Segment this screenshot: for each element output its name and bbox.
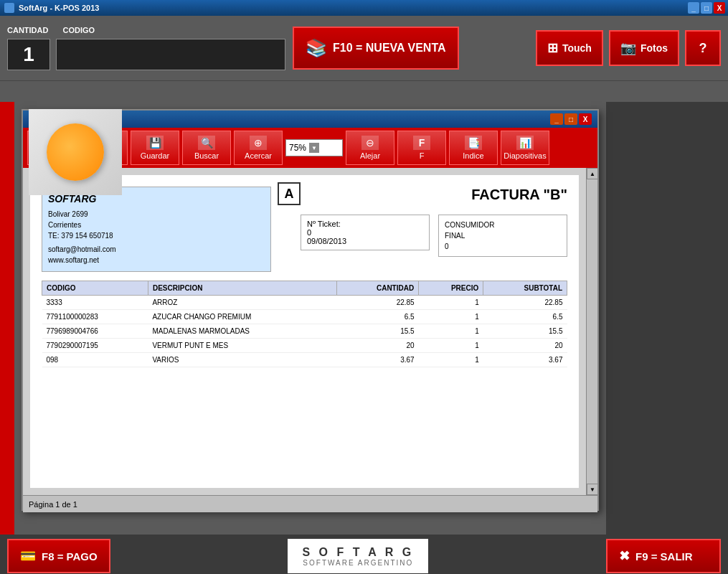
cell-codigo: 7791100000283 — [42, 310, 148, 324]
company-info: Bolivar 2699 Corrientes TE: 379 154 6507… — [48, 209, 265, 265]
zoom-out-button[interactable]: ⊖ Alejar — [346, 131, 394, 165]
orange-image — [29, 109, 122, 195]
field-labels: CANTIDAD CODIGO — [7, 26, 285, 34]
cell-codigo: 7796989004766 — [42, 324, 148, 339]
index-button[interactable]: 📑 Indice — [449, 131, 498, 165]
cell-cantidad: 3.67 — [336, 353, 418, 367]
cell-descripcion: VARIOS — [148, 353, 336, 367]
dialog-status: Página 1 de 1 — [29, 500, 77, 509]
ticket-number: 0 — [307, 228, 423, 237]
book-icon: 📚 — [306, 38, 327, 58]
search-label: Buscar — [194, 151, 219, 160]
slides-label: Diapositivas — [504, 151, 546, 160]
company-email: softarg@hotmail.com — [48, 244, 265, 255]
table-header-row: CODIGO DESCRIPCION CANTIDAD PRECIO SUBTO… — [42, 281, 567, 296]
cell-cantidad: 22.85 — [336, 296, 418, 310]
zoom-out-icon: ⊖ — [361, 136, 379, 150]
cell-cantidad: 6.5 — [336, 310, 418, 324]
zoom-out-label: Alejar — [360, 151, 380, 160]
codigo-input[interactable] — [56, 39, 285, 70]
search-icon: 🔍 — [198, 136, 215, 150]
invoice-area: SOFTARG Bolivar 2699 Corrientes TE: 379 … — [30, 175, 579, 488]
table-row: 7796989004766 MADALENAS MARMOLADAS 15.5 … — [42, 324, 567, 339]
pago-button[interactable]: 💳 F8 = PAGO — [7, 539, 110, 573]
cell-subtotal: 20 — [483, 339, 567, 353]
salir-icon: ✖ — [619, 548, 630, 564]
cell-descripcion: ARROZ — [148, 296, 336, 310]
nueva-venta-button[interactable]: 📚 F10 = NUEVA VENTA — [293, 27, 459, 70]
f-label: F — [420, 151, 425, 160]
index-icon: 📑 — [465, 136, 482, 150]
touch-icon: ⊞ — [547, 40, 558, 56]
company-website: www.softarg.net — [48, 255, 265, 265]
invoice-table: CODIGO DESCRIPCION CANTIDAD PRECIO SUBTO… — [42, 281, 567, 367]
cell-cantidad: 20 — [336, 339, 418, 353]
main-toolbar: CANTIDAD CODIGO 1 📚 F10 = NUEVA VENTA ⊞ … — [0, 16, 728, 80]
cell-subtotal: 3.67 — [483, 353, 567, 367]
invoice-right-header: FACTURA "B" Nº Ticket: 0 09/08/2013 CONS… — [283, 187, 567, 272]
index-label: Indice — [463, 151, 483, 160]
ticket-label: Nº Ticket: — [307, 220, 423, 228]
table-row: 3333 ARROZ 22.85 1 22.85 — [42, 296, 567, 310]
minimize-button[interactable]: _ — [688, 2, 699, 14]
help-button[interactable]: ? — [685, 30, 721, 66]
consumer-line1: CONSUMIDOR — [445, 220, 561, 230]
consumer-line3: 0 — [445, 241, 561, 252]
softarg-logo: S O F T A R G SOFTWARE ARGENTINO — [288, 539, 428, 573]
f-icon: F — [413, 136, 430, 150]
cell-cantidad: 15.5 — [336, 324, 418, 339]
cell-descripcion: MADALENAS MARMOLADAS — [148, 324, 336, 339]
side-left-panel — [0, 102, 14, 535]
company-address: Bolivar 2699 — [48, 209, 265, 220]
touch-label: Touch — [562, 42, 592, 54]
invoice-date: 09/08/2013 — [307, 237, 423, 245]
consumer-line2: FINAL — [445, 230, 561, 241]
dialog-controls: _ □ X — [550, 113, 592, 125]
col-subtotal: SUBTOTAL — [483, 281, 567, 296]
cell-precio: 1 — [419, 296, 483, 310]
nueva-venta-label: F10 = NUEVA VENTA — [333, 42, 446, 55]
company-phone: TE: 379 154 650718 — [48, 230, 265, 241]
pago-icon: 💳 — [20, 548, 36, 564]
main-content-area: Vista Previa _ □ X 🖨 Imprimir 📂 Abrir — [0, 102, 728, 535]
salir-button[interactable]: ✖ F9 = SALIR — [606, 539, 721, 573]
cell-precio: 1 — [419, 339, 483, 353]
dialog-close[interactable]: X — [579, 113, 592, 125]
factura-title: FACTURA "B" — [471, 187, 567, 203]
cell-descripcion: AZUCAR CHANGO PREMIUM — [148, 310, 336, 324]
col-codigo: CODIGO — [42, 281, 148, 296]
slides-button[interactable]: 📊 Diapositivas — [501, 131, 549, 165]
save-button[interactable]: 💾 Guardar — [131, 131, 179, 165]
zoom-in-button[interactable]: ⊕ Acercar — [234, 131, 283, 165]
cantidad-display: 1 — [7, 39, 50, 70]
slides-icon: 📊 — [516, 136, 534, 150]
invoice-header: SOFTARG Bolivar 2699 Corrientes TE: 379 … — [42, 187, 567, 272]
fotos-icon: 📷 — [620, 40, 636, 56]
window-controls: _ □ X — [688, 2, 725, 14]
save-icon: 💾 — [146, 136, 164, 150]
dialog-maximize[interactable]: □ — [564, 113, 577, 125]
fotos-button[interactable]: 📷 Fotos — [609, 30, 679, 66]
f-button[interactable]: F F — [397, 131, 446, 165]
orange-graphic — [47, 123, 104, 181]
search-button[interactable]: 🔍 Buscar — [182, 131, 231, 165]
save-label: Guardar — [141, 151, 169, 160]
scroll-down[interactable]: ▼ — [587, 484, 597, 495]
zoom-control[interactable]: 75% ▼ — [285, 139, 343, 156]
cell-precio: 1 — [419, 324, 483, 339]
dialog-minimize[interactable]: _ — [550, 113, 563, 125]
maximize-button[interactable]: □ — [701, 2, 712, 14]
touch-button[interactable]: ⊞ Touch — [536, 30, 603, 66]
scroll-up[interactable]: ▲ — [587, 168, 597, 179]
zoom-arrow[interactable]: ▼ — [309, 143, 319, 153]
cell-subtotal: 6.5 — [483, 310, 567, 324]
scrollbar-right[interactable]: ▲ ▼ — [586, 168, 597, 495]
company-box: SOFTARG Bolivar 2699 Corrientes TE: 379 … — [42, 187, 271, 272]
dialog-content: ▲ ▼ SOFTARG Bolivar 2699 Corrientes TE: … — [23, 168, 597, 495]
cell-precio: 1 — [419, 310, 483, 324]
close-button[interactable]: X — [714, 2, 725, 14]
zoom-in-label: Acercar — [245, 151, 272, 160]
logo-line1: S O F T A R G — [302, 546, 414, 559]
cell-codigo: 3333 — [42, 296, 148, 310]
salir-label: F9 = SALIR — [635, 550, 693, 563]
